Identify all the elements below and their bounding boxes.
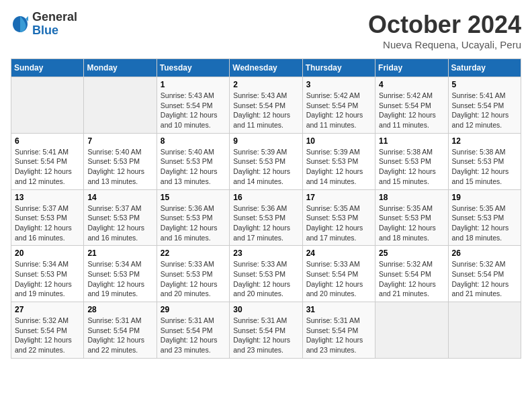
calendar-cell: 8Sunrise: 5:40 AM Sunset: 5:53 PM Daylig… (157, 133, 229, 189)
day-info: Sunrise: 5:33 AM Sunset: 5:54 PM Dayligh… (306, 259, 371, 299)
day-info: Sunrise: 5:33 AM Sunset: 5:53 PM Dayligh… (233, 259, 298, 299)
calendar-cell: 2Sunrise: 5:43 AM Sunset: 5:54 PM Daylig… (230, 77, 302, 134)
calendar-cell: 13Sunrise: 5:37 AM Sunset: 5:53 PM Dayli… (11, 189, 84, 246)
day-number: 18 (379, 193, 444, 202)
day-number: 6 (15, 136, 80, 146)
calendar-cell: 4Sunrise: 5:42 AM Sunset: 5:54 PM Daylig… (375, 77, 448, 134)
day-number: 7 (87, 136, 152, 146)
weekday-header-thursday: Thursday (302, 59, 375, 77)
weekday-header-wednesday: Wednesday (230, 59, 302, 77)
day-info: Sunrise: 5:42 AM Sunset: 5:54 PM Dayligh… (379, 91, 444, 130)
day-number: 1 (161, 80, 226, 89)
day-info: Sunrise: 5:33 AM Sunset: 5:53 PM Dayligh… (161, 259, 226, 299)
day-info: Sunrise: 5:39 AM Sunset: 5:53 PM Dayligh… (233, 147, 298, 187)
day-number: 21 (87, 248, 152, 258)
day-number: 19 (452, 193, 517, 202)
weekday-header-saturday: Saturday (448, 59, 521, 77)
calendar-week-2: 6Sunrise: 5:41 AM Sunset: 5:54 PM Daylig… (11, 133, 521, 189)
day-number: 3 (306, 80, 371, 89)
weekday-header-tuesday: Tuesday (157, 59, 229, 77)
day-number: 24 (306, 248, 371, 258)
calendar-cell: 19Sunrise: 5:35 AM Sunset: 5:53 PM Dayli… (448, 189, 521, 246)
calendar-cell: 3Sunrise: 5:42 AM Sunset: 5:54 PM Daylig… (302, 77, 375, 134)
calendar-body: 1Sunrise: 5:43 AM Sunset: 5:54 PM Daylig… (11, 77, 521, 359)
calendar-cell: 14Sunrise: 5:37 AM Sunset: 5:53 PM Dayli… (84, 189, 157, 246)
logo: General Blue (11, 11, 77, 38)
calendar-cell: 27Sunrise: 5:32 AM Sunset: 5:54 PM Dayli… (11, 302, 84, 359)
day-info: Sunrise: 5:43 AM Sunset: 5:54 PM Dayligh… (161, 91, 226, 130)
day-info: Sunrise: 5:41 AM Sunset: 5:54 PM Dayligh… (15, 147, 80, 187)
day-info: Sunrise: 5:37 AM Sunset: 5:53 PM Dayligh… (15, 203, 80, 243)
calendar-cell: 10Sunrise: 5:39 AM Sunset: 5:53 PM Dayli… (302, 133, 375, 189)
calendar-cell: 1Sunrise: 5:43 AM Sunset: 5:54 PM Daylig… (157, 77, 229, 134)
day-number: 15 (161, 193, 226, 202)
day-info: Sunrise: 5:34 AM Sunset: 5:53 PM Dayligh… (87, 259, 152, 299)
day-number: 2 (233, 80, 298, 89)
calendar-cell: 25Sunrise: 5:32 AM Sunset: 5:54 PM Dayli… (375, 246, 448, 302)
day-number: 25 (379, 248, 444, 258)
day-info: Sunrise: 5:37 AM Sunset: 5:53 PM Dayligh… (87, 203, 152, 243)
day-info: Sunrise: 5:32 AM Sunset: 5:54 PM Dayligh… (379, 259, 444, 299)
calendar-cell: 16Sunrise: 5:36 AM Sunset: 5:53 PM Dayli… (230, 189, 302, 246)
calendar-cell: 18Sunrise: 5:35 AM Sunset: 5:53 PM Dayli… (375, 189, 448, 246)
calendar-cell: 7Sunrise: 5:40 AM Sunset: 5:53 PM Daylig… (84, 133, 157, 189)
calendar-header: SundayMondayTuesdayWednesdayThursdayFrid… (11, 59, 521, 77)
day-info: Sunrise: 5:40 AM Sunset: 5:53 PM Dayligh… (161, 147, 226, 187)
calendar-week-4: 20Sunrise: 5:34 AM Sunset: 5:53 PM Dayli… (11, 246, 521, 302)
calendar-cell (448, 302, 521, 359)
day-info: Sunrise: 5:38 AM Sunset: 5:53 PM Dayligh… (452, 147, 517, 187)
calendar-cell: 23Sunrise: 5:33 AM Sunset: 5:53 PM Dayli… (230, 246, 302, 302)
day-info: Sunrise: 5:31 AM Sunset: 5:54 PM Dayligh… (233, 316, 298, 355)
calendar-cell: 30Sunrise: 5:31 AM Sunset: 5:54 PM Dayli… (230, 302, 302, 359)
logo-text: General Blue (32, 11, 77, 38)
day-number: 22 (161, 248, 226, 258)
day-info: Sunrise: 5:36 AM Sunset: 5:53 PM Dayligh… (161, 203, 226, 243)
calendar-cell: 28Sunrise: 5:31 AM Sunset: 5:54 PM Dayli… (84, 302, 157, 359)
day-number: 17 (306, 193, 371, 202)
day-info: Sunrise: 5:34 AM Sunset: 5:53 PM Dayligh… (15, 259, 80, 299)
day-info: Sunrise: 5:43 AM Sunset: 5:54 PM Dayligh… (233, 91, 298, 130)
day-info: Sunrise: 5:40 AM Sunset: 5:53 PM Dayligh… (87, 147, 152, 187)
day-number: 27 (15, 305, 80, 314)
calendar-cell (11, 77, 84, 134)
calendar-week-1: 1Sunrise: 5:43 AM Sunset: 5:54 PM Daylig… (11, 77, 521, 134)
day-info: Sunrise: 5:38 AM Sunset: 5:53 PM Dayligh… (379, 147, 444, 187)
day-number: 29 (161, 305, 226, 314)
day-info: Sunrise: 5:35 AM Sunset: 5:53 PM Dayligh… (306, 203, 371, 243)
day-number: 20 (15, 248, 80, 258)
calendar-cell: 9Sunrise: 5:39 AM Sunset: 5:53 PM Daylig… (230, 133, 302, 189)
calendar-cell (84, 77, 157, 134)
calendar-cell: 15Sunrise: 5:36 AM Sunset: 5:53 PM Dayli… (157, 189, 229, 246)
weekday-header-monday: Monday (84, 59, 157, 77)
weekday-header-sunday: Sunday (11, 59, 84, 77)
day-info: Sunrise: 5:32 AM Sunset: 5:54 PM Dayligh… (15, 316, 80, 355)
day-info: Sunrise: 5:35 AM Sunset: 5:53 PM Dayligh… (452, 203, 517, 243)
calendar-cell: 5Sunrise: 5:41 AM Sunset: 5:54 PM Daylig… (448, 77, 521, 134)
day-number: 11 (379, 136, 444, 146)
calendar-week-5: 27Sunrise: 5:32 AM Sunset: 5:54 PM Dayli… (11, 302, 521, 359)
day-number: 13 (15, 193, 80, 202)
location: Nueva Requena, Ucayali, Peru (368, 39, 521, 50)
day-number: 16 (233, 193, 298, 202)
day-number: 9 (233, 136, 298, 146)
calendar-cell: 24Sunrise: 5:33 AM Sunset: 5:54 PM Dayli… (302, 246, 375, 302)
calendar-cell: 17Sunrise: 5:35 AM Sunset: 5:53 PM Dayli… (302, 189, 375, 246)
calendar-cell (375, 302, 448, 359)
calendar-cell: 31Sunrise: 5:31 AM Sunset: 5:54 PM Dayli… (302, 302, 375, 359)
calendar-week-3: 13Sunrise: 5:37 AM Sunset: 5:53 PM Dayli… (11, 189, 521, 246)
day-info: Sunrise: 5:41 AM Sunset: 5:54 PM Dayligh… (452, 91, 517, 130)
calendar-table: SundayMondayTuesdayWednesdayThursdayFrid… (11, 58, 521, 359)
logo-icon (11, 15, 30, 34)
day-number: 12 (452, 136, 517, 146)
calendar-cell: 20Sunrise: 5:34 AM Sunset: 5:53 PM Dayli… (11, 246, 84, 302)
day-info: Sunrise: 5:31 AM Sunset: 5:54 PM Dayligh… (87, 316, 152, 355)
day-info: Sunrise: 5:42 AM Sunset: 5:54 PM Dayligh… (306, 91, 371, 130)
day-info: Sunrise: 5:32 AM Sunset: 5:54 PM Dayligh… (452, 259, 517, 299)
day-number: 10 (306, 136, 371, 146)
calendar-cell: 22Sunrise: 5:33 AM Sunset: 5:53 PM Dayli… (157, 246, 229, 302)
calendar-cell: 11Sunrise: 5:38 AM Sunset: 5:53 PM Dayli… (375, 133, 448, 189)
calendar-header-row: SundayMondayTuesdayWednesdayThursdayFrid… (11, 59, 521, 77)
day-number: 23 (233, 248, 298, 258)
weekday-header-friday: Friday (375, 59, 448, 77)
logo-blue-text: Blue (32, 24, 77, 38)
